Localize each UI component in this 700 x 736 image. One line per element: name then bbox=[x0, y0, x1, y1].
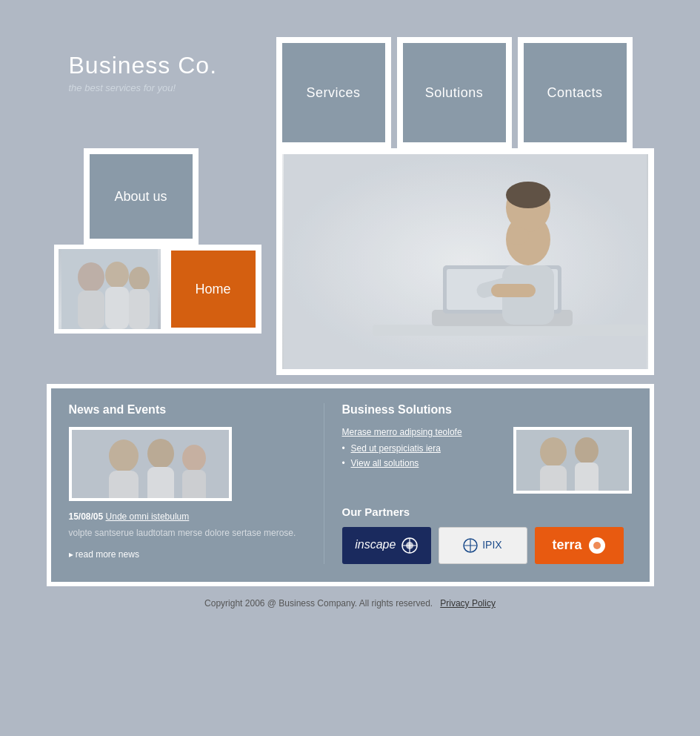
about-us-block: About us bbox=[84, 148, 276, 245]
ipix-label: IPIX bbox=[463, 538, 501, 553]
solution-link-1[interactable]: Sed ut perspiciatis iera bbox=[351, 443, 441, 454]
solution-item-2: View all solutions bbox=[342, 458, 501, 468]
branding: Business Co. the best services for you! bbox=[47, 30, 276, 108]
partners-heading: Our Partners bbox=[342, 505, 632, 518]
solutions-photo-svg bbox=[516, 430, 632, 494]
solutions-links: Merase merro adipsing teolofe Sed ut per… bbox=[342, 427, 501, 473]
inscape-label: inscape bbox=[355, 537, 418, 554]
news-column: News and Events 15/08/05 bbox=[69, 403, 306, 564]
solutions-main-link[interactable]: Merase merro adipsing teolofe bbox=[342, 427, 501, 437]
nav-grid: Services Solutions Contacts bbox=[276, 30, 633, 148]
news-date-link[interactable]: Unde omni istebulum bbox=[106, 511, 190, 522]
solutions-column: Business Solutions Merase merro adipsing… bbox=[342, 403, 632, 564]
partner-ipix: IPIX bbox=[439, 527, 527, 564]
footer-copyright: Copyright 2006 @ Business Company. All r… bbox=[204, 598, 433, 609]
inscape-icon bbox=[401, 537, 418, 554]
solution-link-2[interactable]: View all solutions bbox=[351, 458, 419, 468]
hero-svg bbox=[282, 154, 648, 369]
bottom-left-row: Home bbox=[54, 245, 276, 334]
nav-label-contacts: Contacts bbox=[547, 85, 602, 101]
svg-point-43 bbox=[593, 542, 601, 549]
team-photo-svg bbox=[61, 249, 158, 329]
about-us-button[interactable]: About us bbox=[84, 148, 199, 245]
ipix-icon bbox=[463, 538, 478, 553]
nav-item-services[interactable]: Services bbox=[276, 37, 391, 148]
partners-logos: inscape bbox=[342, 527, 632, 564]
terra-icon bbox=[588, 537, 606, 554]
content-section: News and Events 15/08/05 bbox=[47, 384, 654, 586]
divider bbox=[324, 403, 324, 564]
home-button[interactable]: Home bbox=[165, 245, 261, 334]
news-image bbox=[69, 427, 232, 501]
news-heading: News and Events bbox=[69, 403, 306, 417]
solutions-list: Sed ut perspiciatis iera View all soluti… bbox=[342, 443, 501, 468]
news-date-line: 15/08/05 Unde omni istebulum bbox=[69, 511, 306, 522]
partner-terra: terra bbox=[535, 527, 624, 564]
top-section: Business Co. the best services for you! … bbox=[47, 30, 654, 148]
nav-label-services: Services bbox=[306, 85, 360, 101]
hero-image bbox=[276, 148, 654, 375]
hero-placeholder bbox=[282, 154, 648, 369]
svg-rect-34 bbox=[516, 430, 632, 494]
middle-section: About us bbox=[47, 148, 654, 375]
brand-title: Business Co. bbox=[69, 52, 261, 79]
nav-label-solutions: Solutions bbox=[425, 85, 484, 101]
partners-section: Our Partners inscape bbox=[342, 505, 632, 564]
nav-item-solutions[interactable]: Solutions bbox=[397, 37, 512, 148]
home-label: Home bbox=[195, 282, 230, 297]
solutions-heading: Business Solutions bbox=[342, 403, 632, 417]
svg-rect-20 bbox=[284, 154, 647, 369]
team-photo-placeholder bbox=[59, 249, 161, 329]
terra-label: terra bbox=[552, 537, 605, 554]
svg-rect-7 bbox=[61, 249, 158, 329]
partner-inscape: inscape bbox=[342, 527, 431, 564]
page-wrapper: Business Co. the best services for you! … bbox=[47, 30, 654, 616]
privacy-policy-link[interactable]: Privacy Policy bbox=[440, 598, 496, 609]
solutions-thumbnail bbox=[513, 427, 632, 494]
brand-tagline: the best services for you! bbox=[69, 82, 261, 93]
news-photo-svg bbox=[72, 430, 232, 501]
left-panel: About us bbox=[47, 148, 276, 375]
svg-rect-28 bbox=[72, 430, 232, 501]
team-photo-thumbnail bbox=[54, 245, 165, 334]
about-us-label: About us bbox=[114, 189, 167, 205]
news-body: volpte santserue laudtotam merse dolore … bbox=[69, 526, 306, 540]
nav-item-contacts[interactable]: Contacts bbox=[518, 37, 633, 148]
news-img-placeholder bbox=[72, 430, 229, 498]
solution-item-1: Sed ut perspiciatis iera bbox=[342, 443, 501, 454]
solutions-row: Merase merro adipsing teolofe Sed ut per… bbox=[342, 427, 632, 494]
solutions-img-placeholder bbox=[516, 430, 629, 491]
read-more-link[interactable]: read more news bbox=[69, 549, 139, 560]
footer: Copyright 2006 @ Business Company. All r… bbox=[47, 586, 654, 616]
news-date: 15/08/05 bbox=[69, 511, 104, 522]
